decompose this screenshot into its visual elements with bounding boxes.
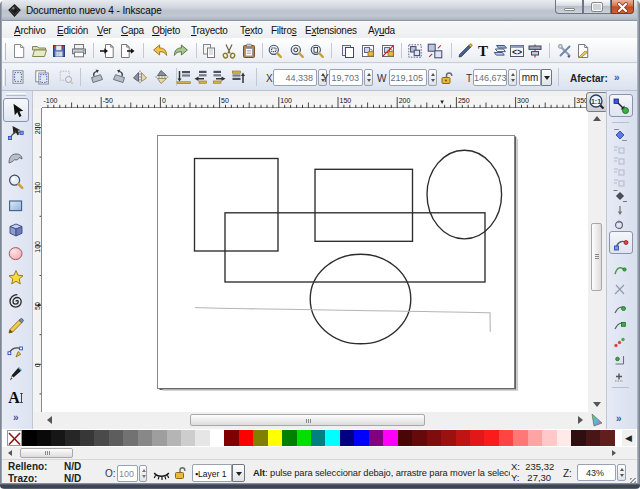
- svg-text:0: 0: [34, 363, 41, 367]
- svg-text:300: 300: [517, 97, 529, 104]
- svg-text:0: 0: [162, 97, 166, 104]
- svg-text:1:1: 1:1: [591, 98, 601, 105]
- svg-text:150: 150: [340, 97, 352, 104]
- svg-text:T: T: [478, 43, 488, 59]
- svg-text:-50: -50: [103, 97, 113, 104]
- svg-text:250: 250: [458, 97, 470, 104]
- svg-text:50: 50: [221, 97, 229, 104]
- svg-text:50: 50: [34, 302, 41, 310]
- svg-text:<>: <>: [512, 48, 522, 58]
- svg-text:200: 200: [399, 97, 411, 104]
- svg-text:150: 150: [34, 182, 41, 194]
- svg-text:-100: -100: [44, 97, 58, 104]
- svg-text:A: A: [8, 389, 20, 406]
- svg-text:100: 100: [280, 97, 292, 104]
- svg-text:350: 350: [576, 97, 586, 104]
- svg-text:100: 100: [34, 241, 41, 253]
- svg-text:200: 200: [34, 123, 41, 135]
